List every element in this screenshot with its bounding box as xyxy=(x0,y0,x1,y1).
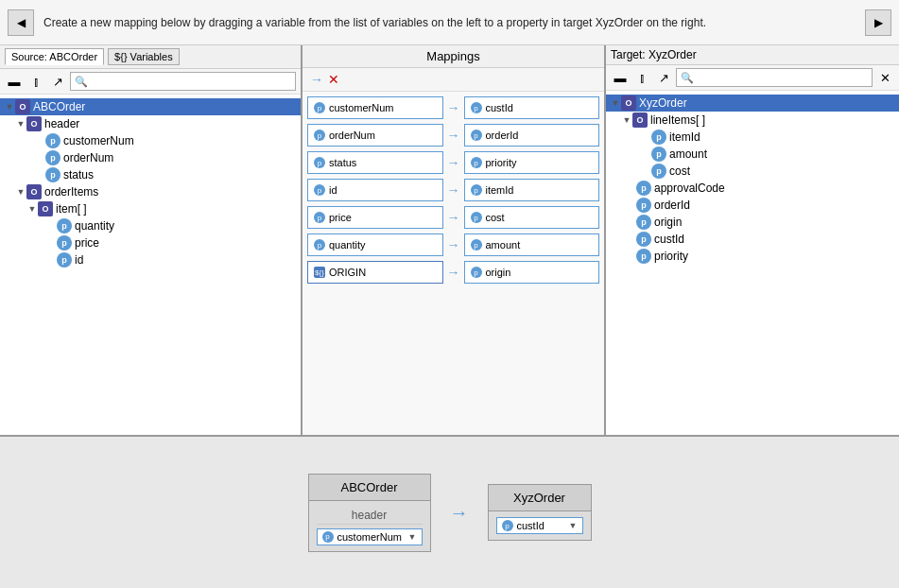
lineitems-toggle[interactable]: ▼ xyxy=(621,114,632,126)
mapping-to-priority[interactable]: p priority xyxy=(464,151,600,174)
arrow-5: → xyxy=(447,210,460,225)
flow-container: ABCOrder header p customerNum ▼ → XyzOrd… xyxy=(308,474,592,552)
abcorder-obj-icon: O xyxy=(15,99,30,114)
arrow-2: → xyxy=(447,128,460,143)
to-icon-4: p xyxy=(471,184,482,196)
to-icon-2: p xyxy=(471,130,482,141)
mapping-to-custid[interactable]: p custId xyxy=(464,96,600,119)
price-label: price xyxy=(72,236,99,250)
mapping-to-orderid[interactable]: p orderId xyxy=(464,124,600,147)
tree-node-target-priority[interactable]: p priority xyxy=(606,248,899,265)
flow-source-box: ABCOrder header p customerNum ▼ xyxy=(308,474,431,552)
flow-source-field-label: header xyxy=(317,507,423,525)
tree-node-quantity[interactable]: p quantity xyxy=(0,217,301,234)
abcorder-label: ABCOrder xyxy=(30,100,85,113)
tree-node-target-custid[interactable]: p custId xyxy=(606,231,899,248)
flow-target-dropdown-icon[interactable]: ▼ xyxy=(569,521,578,530)
orderitems-toggle[interactable]: ▼ xyxy=(15,186,26,198)
mapping-from-quantity[interactable]: p quantity xyxy=(307,233,443,256)
tree-node-target-orderid[interactable]: p orderId xyxy=(606,197,899,214)
tree-node-status[interactable]: p status xyxy=(0,166,301,183)
mapping-row-4: p id → p itemId xyxy=(307,179,599,201)
filter-icon[interactable]: ⫿ xyxy=(26,72,45,91)
mapping-to-cost[interactable]: p cost xyxy=(464,206,600,229)
target-panel: Target: XyzOrder ▬ ⫿ ↗ ✕ ▼ O XyzOrder ▼ xyxy=(606,45,899,435)
status-label: status xyxy=(61,168,94,182)
item-label: item[ ] xyxy=(53,202,87,216)
item-toggle[interactable]: ▼ xyxy=(26,203,38,215)
target-origin-icon: p xyxy=(636,215,651,230)
tree-node-lineitems[interactable]: ▼ O lineItems[ ] xyxy=(606,112,899,129)
target-cost-label: cost xyxy=(666,164,690,178)
target-filter-icon[interactable]: ⫿ xyxy=(632,68,651,87)
flow-target-content: p custId ▼ xyxy=(489,511,591,540)
to-label-6: amount xyxy=(486,239,521,251)
tree-node-id[interactable]: p id xyxy=(0,251,301,268)
instruction-left-button[interactable]: ◀ xyxy=(8,9,34,36)
target-close-icon[interactable]: ✕ xyxy=(875,68,894,87)
source-header: Source: ABCOrder ${} Variables xyxy=(0,45,301,69)
tree-node-orderitems[interactable]: ▼ O orderItems xyxy=(0,183,301,200)
mapping-add-icon[interactable]: → xyxy=(310,72,323,87)
variables-tab[interactable]: ${} Variables xyxy=(108,48,180,65)
tree-node-header[interactable]: ▼ O header xyxy=(0,115,301,132)
tree-node-ordernum[interactable]: p orderNum xyxy=(0,149,301,166)
left-arrow-icon: ◀ xyxy=(17,16,26,29)
mapping-row-6: p quantity → p amount xyxy=(307,233,599,256)
mapping-from-origin[interactable]: ${} ORIGIN xyxy=(307,261,443,284)
approvalcode-icon: p xyxy=(636,181,651,196)
source-search-input[interactable] xyxy=(70,72,296,91)
target-cost-icon: p xyxy=(651,164,666,179)
instruction-right-button[interactable]: ▶ xyxy=(865,9,891,36)
flow-target-field[interactable]: p custId ▼ xyxy=(496,517,583,534)
price-prop-icon: p xyxy=(57,235,72,251)
tree-node-approvalcode[interactable]: p approvalCode xyxy=(606,180,899,197)
tree-node-price[interactable]: p price xyxy=(0,234,301,251)
from-label-6: quantity xyxy=(329,239,366,251)
mapping-to-itemid[interactable]: p itemId xyxy=(464,179,600,201)
target-header: Target: XyzOrder xyxy=(606,45,899,65)
customernum-label: customerNum xyxy=(61,134,134,147)
tree-node-target-cost[interactable]: p cost xyxy=(606,163,899,180)
from-icon-5: p xyxy=(314,212,325,223)
mapping-to-origin[interactable]: p origin xyxy=(464,261,600,284)
mapping-from-price[interactable]: p price xyxy=(307,206,443,229)
target-collapse-icon[interactable]: ▬ xyxy=(611,68,630,87)
flow-source-dropdown-icon[interactable]: ▼ xyxy=(408,532,417,542)
id-label: id xyxy=(72,253,83,267)
mappings-panel: Mappings → ✕ p customerNum → p custId xyxy=(303,45,606,435)
target-cursor-icon[interactable]: ↗ xyxy=(654,68,673,87)
tree-node-abcorder[interactable]: ▼ O ABCOrder xyxy=(0,98,301,115)
from-icon-1: p xyxy=(314,102,325,113)
tree-node-target-origin[interactable]: p origin xyxy=(606,214,899,231)
mapping-from-ordernum[interactable]: p orderNum xyxy=(307,124,443,147)
orderitems-obj-icon: O xyxy=(26,184,42,199)
customernum-prop-icon: p xyxy=(45,133,61,148)
cursor-icon[interactable]: ↗ xyxy=(48,72,67,91)
flow-source-field[interactable]: p customerNum ▼ xyxy=(317,528,423,545)
tree-node-target-amount[interactable]: p amount xyxy=(606,146,899,163)
mapping-to-amount[interactable]: p amount xyxy=(464,233,600,256)
mapping-delete-icon[interactable]: ✕ xyxy=(328,72,339,87)
to-label-4: itemId xyxy=(486,184,514,196)
mapping-from-customernum[interactable]: p customerNum xyxy=(307,96,443,119)
main-content: Source: ABCOrder ${} Variables ▬ ⫿ ↗ ▼ O… xyxy=(0,45,899,588)
mapping-from-status[interactable]: p status xyxy=(307,151,443,174)
tree-node-target-itemid[interactable]: p itemId xyxy=(606,129,899,146)
to-icon-1: p xyxy=(471,102,482,113)
tree-node-xyzorder[interactable]: ▼ O XyzOrder xyxy=(606,95,899,112)
target-search-input[interactable] xyxy=(676,68,873,87)
abcorder-toggle[interactable]: ▼ xyxy=(4,101,15,112)
mapping-from-id[interactable]: p id xyxy=(307,179,443,201)
target-origin-label: origin xyxy=(651,216,682,229)
tree-node-item[interactable]: ▼ O item[ ] xyxy=(0,200,301,217)
tree-node-customernum[interactable]: p customerNum xyxy=(0,132,301,149)
from-icon-7: ${} xyxy=(314,267,325,278)
header-toggle[interactable]: ▼ xyxy=(15,118,26,130)
target-custid-label: custId xyxy=(651,233,684,246)
xyzorder-toggle[interactable]: ▼ xyxy=(610,97,621,109)
mappings-toolbar: → ✕ xyxy=(303,68,604,92)
to-label-3: priority xyxy=(486,157,517,168)
collapse-icon[interactable]: ▬ xyxy=(5,72,24,91)
arrow-4: → xyxy=(447,182,460,198)
